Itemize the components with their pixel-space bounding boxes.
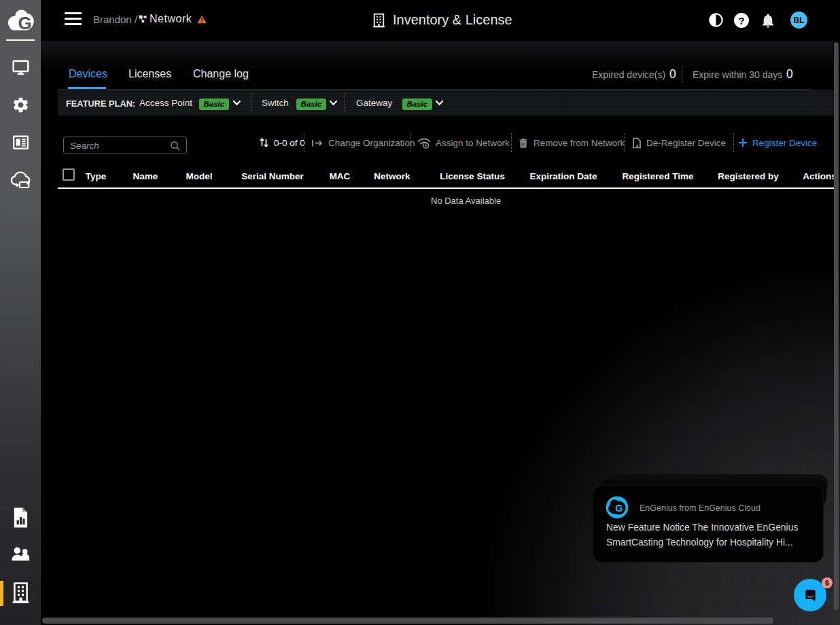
svg-text:G: G (18, 13, 31, 33)
svg-text:G: G (615, 503, 623, 514)
svg-text:?: ? (738, 15, 744, 26)
